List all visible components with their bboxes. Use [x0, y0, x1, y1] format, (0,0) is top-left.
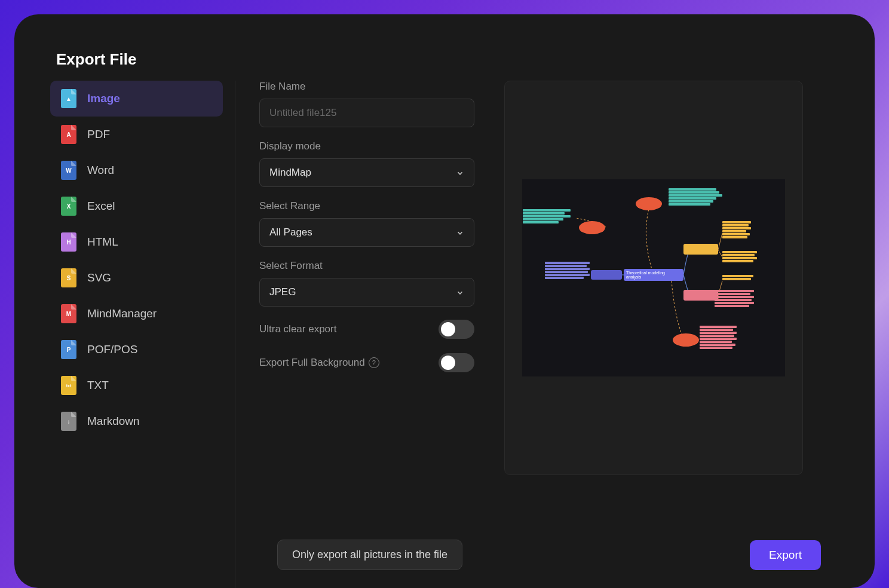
select-range-group: Select Range All Pages: [259, 200, 474, 247]
preview-section: Theoretical modeling analysis: [474, 81, 839, 588]
sidebar-item-pof[interactable]: P POF/POS: [50, 332, 223, 368]
sidebar-item-label: HTML: [87, 235, 118, 249]
svg-file-icon: S: [61, 268, 76, 287]
full-background-text: Export Full Background: [259, 357, 365, 369]
sidebar-item-txt[interactable]: txt TXT: [50, 368, 223, 403]
file-name-label: File Name: [259, 81, 474, 93]
sidebar-item-label: POF/POS: [87, 343, 137, 356]
display-mode-value: MindMap: [269, 167, 311, 179]
select-range-value: All Pages: [269, 226, 312, 238]
export-button[interactable]: Export: [750, 540, 821, 570]
select-range-select[interactable]: All Pages: [259, 218, 474, 247]
mindmap-node: [579, 221, 605, 234]
full-background-row: Export Full Background ?: [259, 353, 474, 372]
ultra-clear-toggle[interactable]: [439, 320, 474, 339]
sidebar-item-word[interactable]: W Word: [50, 152, 223, 188]
sidebar-item-label: TXT: [87, 379, 109, 392]
select-format-value: JPEG: [269, 286, 296, 298]
help-icon[interactable]: ?: [369, 357, 379, 368]
select-format-select[interactable]: JPEG: [259, 278, 474, 307]
sidebar-item-pdf[interactable]: A PDF: [50, 117, 223, 152]
mindmap-preview: Theoretical modeling analysis: [522, 179, 785, 376]
mindmap-node: [683, 290, 718, 301]
full-background-toggle[interactable]: [439, 353, 474, 372]
ultra-clear-label: Ultra clear export: [259, 323, 336, 335]
sidebar-item-mindmanager[interactable]: M MindManager: [50, 296, 223, 332]
html-file-icon: H: [61, 232, 76, 252]
txt-file-icon: txt: [61, 376, 76, 395]
sidebar-item-label: Word: [87, 164, 114, 177]
preview-box: Theoretical modeling analysis: [504, 81, 803, 475]
full-background-label: Export Full Background ?: [259, 357, 379, 369]
dialog-body: ▲ Image A PDF W Word X Excel H HTML S SV…: [50, 81, 839, 588]
sidebar-item-label: Markdown: [87, 415, 140, 428]
file-name-input[interactable]: [259, 99, 474, 127]
sidebar-item-label: Excel: [87, 200, 115, 213]
dialog-footer: Only export all pictures in the file Exp…: [277, 529, 821, 588]
dialog-title: Export File: [56, 50, 839, 69]
select-format-label: Select Format: [259, 260, 474, 272]
sidebar-item-label: MindManager: [87, 307, 157, 320]
mindmap-node: [683, 244, 718, 255]
pof-file-icon: P: [61, 340, 76, 359]
sidebar-item-label: PDF: [87, 128, 110, 141]
chevron-down-icon: [456, 288, 464, 296]
sidebar-item-label: SVG: [87, 271, 111, 284]
word-file-icon: W: [61, 161, 76, 180]
ultra-clear-row: Ultra clear export: [259, 320, 474, 339]
display-mode-group: Display mode MindMap: [259, 140, 474, 187]
select-range-label: Select Range: [259, 200, 474, 212]
chevron-down-icon: [456, 228, 464, 237]
sidebar-item-html[interactable]: H HTML: [50, 224, 223, 260]
mindmap-center-node: Theoretical modeling analysis: [624, 269, 683, 281]
markdown-file-icon: ↓: [61, 412, 76, 431]
excel-file-icon: X: [61, 197, 76, 216]
export-dialog: Export File ▲ Image A PDF W Word X Excel…: [14, 14, 875, 588]
mindmanager-file-icon: M: [61, 304, 76, 323]
sidebar-item-svg[interactable]: S SVG: [50, 260, 223, 296]
file-name-group: File Name: [259, 81, 474, 127]
export-options-form: File Name Display mode MindMap Select Ra…: [259, 81, 474, 588]
mindmap-node: [591, 270, 622, 280]
pdf-file-icon: A: [61, 125, 76, 144]
display-mode-select[interactable]: MindMap: [259, 158, 474, 187]
select-format-group: Select Format JPEG: [259, 260, 474, 307]
sidebar-item-excel[interactable]: X Excel: [50, 188, 223, 224]
content-area: File Name Display mode MindMap Select Ra…: [235, 81, 839, 588]
mindmap-node: [636, 197, 662, 210]
display-mode-label: Display mode: [259, 140, 474, 152]
sidebar-item-image[interactable]: ▲ Image: [50, 81, 223, 117]
sidebar-item-label: Image: [87, 92, 120, 105]
mindmap-node: [673, 333, 699, 347]
export-pictures-button[interactable]: Only export all pictures in the file: [277, 540, 462, 570]
chevron-down-icon: [456, 169, 464, 177]
sidebar-item-markdown[interactable]: ↓ Markdown: [50, 403, 223, 439]
image-file-icon: ▲: [61, 89, 76, 108]
export-format-sidebar: ▲ Image A PDF W Word X Excel H HTML S SV…: [50, 81, 235, 588]
